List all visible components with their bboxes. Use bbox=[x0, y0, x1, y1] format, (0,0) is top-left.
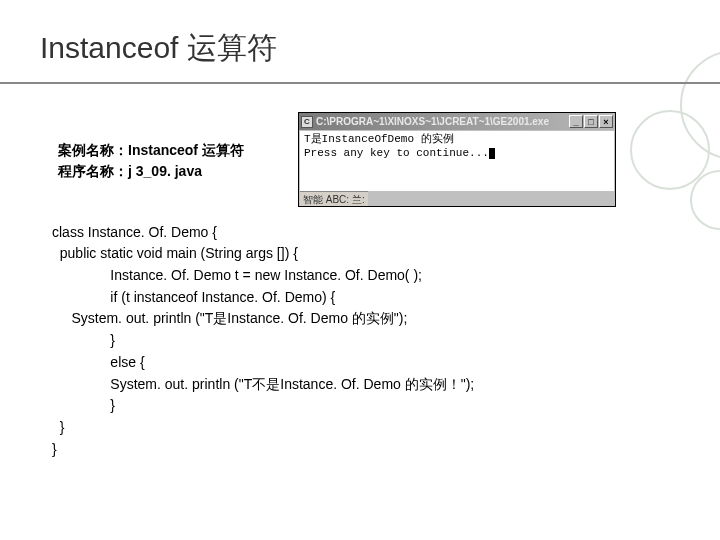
ime-status-bar: 智能 ABC: 兰: bbox=[300, 191, 368, 206]
code-line: } bbox=[52, 441, 57, 457]
code-line: public static void main (String args [])… bbox=[52, 245, 298, 261]
code-line: } bbox=[52, 419, 64, 435]
minimize-button[interactable]: _ bbox=[569, 115, 583, 128]
code-line: class Instance. Of. Demo { bbox=[52, 224, 217, 240]
cursor-icon bbox=[489, 148, 495, 159]
code-line: Instance. Of. Demo t = new Instance. Of.… bbox=[52, 267, 422, 283]
meta-label-prog: 程序名称： bbox=[58, 163, 128, 179]
meta-block: 案例名称：Instanceof 运算符 程序名称：j 3_09. java bbox=[58, 140, 244, 182]
console-line: Press any key to continue... bbox=[304, 147, 489, 159]
meta-case-name: Instanceof 运算符 bbox=[128, 142, 244, 158]
maximize-button[interactable]: □ bbox=[584, 115, 598, 128]
meta-label-case: 案例名称： bbox=[58, 142, 128, 158]
close-button[interactable]: × bbox=[599, 115, 613, 128]
code-line: System. out. println ("T不是Instance. Of. … bbox=[52, 376, 474, 392]
console-line: T是InstanceOfDemo 的实例 bbox=[304, 133, 610, 147]
meta-prog-name: j 3_09. java bbox=[128, 163, 202, 179]
code-line: if (t instanceof Instance. Of. Demo) { bbox=[52, 289, 335, 305]
code-line: System. out. println ("T是Instance. Of. D… bbox=[52, 310, 407, 326]
app-icon: C bbox=[301, 116, 313, 128]
code-block: class Instance. Of. Demo { public static… bbox=[52, 200, 474, 460]
code-line: } bbox=[52, 397, 115, 413]
title-underline bbox=[0, 82, 720, 84]
window-title: C:\PROGRA~1\XINOXS~1\JCREAT~1\GE2001.exe bbox=[316, 116, 549, 127]
window-titlebar[interactable]: C C:\PROGRA~1\XINOXS~1\JCREAT~1\GE2001.e… bbox=[299, 113, 615, 130]
console-output: T是InstanceOfDemo 的实例 Press any key to co… bbox=[300, 131, 614, 191]
code-line: else { bbox=[52, 354, 145, 370]
console-window: C C:\PROGRA~1\XINOXS~1\JCREAT~1\GE2001.e… bbox=[298, 112, 616, 207]
code-line: } bbox=[52, 332, 115, 348]
slide-title: Instanceof 运算符 bbox=[40, 28, 277, 69]
